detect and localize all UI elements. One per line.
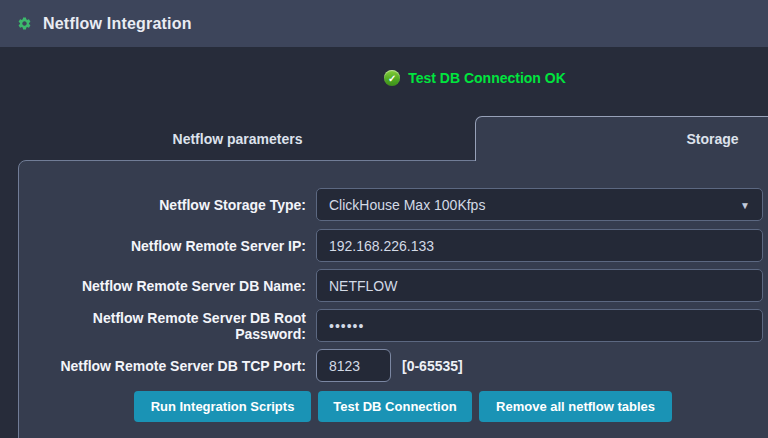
form-row-db-tcp-port: Netflow Remote Server DB TCP Port: [0-65… bbox=[19, 349, 768, 382]
form-row-db-name: Netflow Remote Server DB Name: bbox=[19, 269, 768, 302]
check-circle-icon: ✓ bbox=[384, 70, 400, 86]
status-text: Test DB Connection OK bbox=[408, 70, 566, 86]
storage-type-label: Netflow Storage Type: bbox=[19, 197, 306, 213]
tab-bar: Netflow parameters Storage bbox=[0, 116, 768, 161]
db-tcp-port-input[interactable] bbox=[316, 349, 391, 382]
db-root-password-label: Netflow Remote Server DB Root Password: bbox=[19, 310, 306, 342]
status-message-row: ✓ Test DB Connection OK bbox=[0, 68, 768, 88]
port-range-hint: [0-65535] bbox=[402, 358, 463, 374]
netflow-integration-page: Netflow Integration ✓ Test DB Connection… bbox=[0, 0, 768, 438]
gear-icon bbox=[17, 16, 32, 31]
form-row-storage-type: Netflow Storage Type: ClickHouse Max 100… bbox=[19, 188, 768, 221]
db-tcp-port-label: Netflow Remote Server DB TCP Port: bbox=[19, 358, 306, 374]
tab-storage[interactable]: Storage bbox=[475, 116, 768, 161]
test-db-connection-button[interactable]: Test DB Connection bbox=[318, 391, 472, 422]
server-ip-label: Netflow Remote Server IP: bbox=[19, 238, 306, 254]
page-title: Netflow Integration bbox=[43, 15, 192, 33]
action-buttons-row: Run Integration Scripts Test DB Connecti… bbox=[134, 391, 672, 422]
tab-netflow-parameters[interactable]: Netflow parameters bbox=[0, 116, 475, 161]
db-name-label: Netflow Remote Server DB Name: bbox=[19, 278, 306, 294]
header-bar: Netflow Integration bbox=[0, 0, 768, 47]
db-name-input[interactable] bbox=[316, 269, 763, 302]
form-row-server-ip: Netflow Remote Server IP: bbox=[19, 229, 768, 262]
form-row-db-root-password: Netflow Remote Server DB Root Password: bbox=[19, 309, 768, 342]
server-ip-input[interactable] bbox=[316, 229, 763, 262]
storage-settings-panel: Netflow Storage Type: ClickHouse Max 100… bbox=[18, 160, 768, 438]
run-integration-scripts-button[interactable]: Run Integration Scripts bbox=[134, 391, 311, 422]
db-root-password-input[interactable] bbox=[316, 309, 763, 342]
storage-type-select[interactable]: ClickHouse Max 100Kfps bbox=[316, 188, 763, 221]
remove-all-netflow-tables-button[interactable]: Remove all netflow tables bbox=[479, 391, 672, 422]
